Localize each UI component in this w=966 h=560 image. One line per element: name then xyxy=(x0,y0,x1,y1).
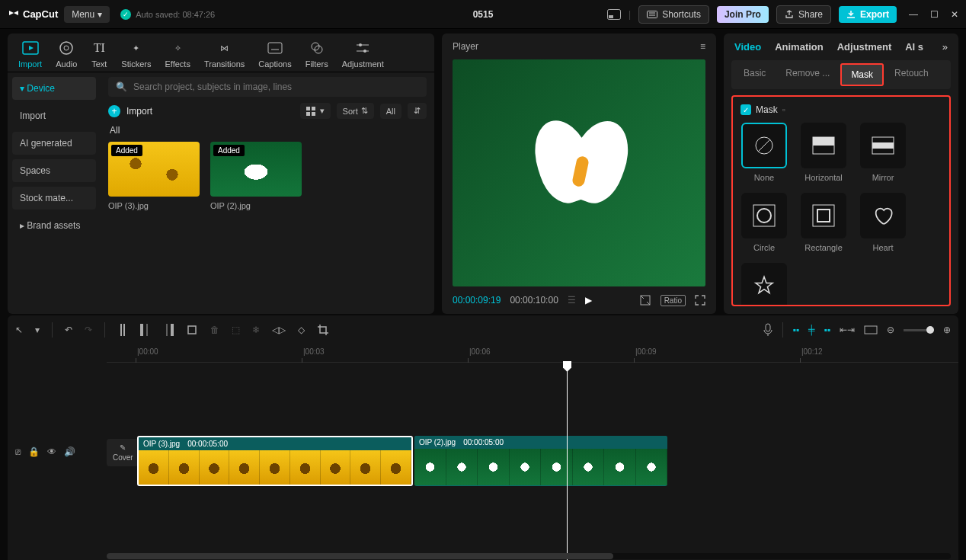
ratio-button[interactable]: Ratio xyxy=(661,295,686,306)
preview-tool[interactable] xyxy=(864,325,878,334)
layout-toggle[interactable]: ▾ xyxy=(300,103,331,119)
zoom-slider[interactable] xyxy=(904,329,934,331)
logo-icon xyxy=(8,8,20,21)
import-label[interactable]: Import xyxy=(126,106,152,117)
scale-icon[interactable] xyxy=(639,294,651,306)
svg-rect-8 xyxy=(268,43,282,53)
tab-ai[interactable]: AI s xyxy=(905,41,923,53)
split-tool[interactable] xyxy=(117,324,128,336)
sidebar-ai-generated[interactable]: AI generated xyxy=(12,132,96,155)
undo-button[interactable]: ↶ xyxy=(65,325,72,335)
mask-horizontal[interactable] xyxy=(801,123,846,168)
mask-toggle[interactable]: ✓ Mask ▫ xyxy=(740,104,942,115)
track-mute-icon[interactable]: 🔊 xyxy=(64,446,75,457)
media-thumb[interactable]: Added OIP (2).jpg xyxy=(210,142,302,210)
sidebar-device[interactable]: ▾ Device xyxy=(12,77,96,100)
close-button[interactable]: ✕ xyxy=(951,9,958,20)
sidebar-stock[interactable]: Stock mate... xyxy=(12,187,96,210)
share-button[interactable]: Share xyxy=(776,5,831,24)
svg-rect-26 xyxy=(872,142,894,149)
reframe-tool[interactable]: ⬚ xyxy=(232,325,240,335)
layout-icon[interactable] xyxy=(607,9,621,20)
tool-dropdown[interactable]: ▾ xyxy=(35,325,40,335)
video-subtabs: Basic Remove ... Mask Retouch xyxy=(731,60,951,89)
subtab-retouch[interactable]: Retouch xyxy=(885,63,938,86)
list-icon[interactable]: ☰ xyxy=(568,295,576,306)
timeline-ruler[interactable]: |00:00 |00:03 |00:06 |00:09 |00:12 xyxy=(107,344,958,363)
delete-tool[interactable]: 🗑 xyxy=(210,325,219,335)
play-button[interactable]: ▶ xyxy=(585,295,592,306)
mask-star[interactable] xyxy=(741,263,787,306)
subtab-basic[interactable]: Basic xyxy=(734,63,775,86)
join-pro-button[interactable]: Join Pro xyxy=(717,6,769,23)
track-lock-icon[interactable]: 🔒 xyxy=(28,446,40,457)
crop-tool[interactable] xyxy=(186,324,198,336)
crop2-tool[interactable] xyxy=(317,324,329,336)
freeze-tool[interactable]: ❄ xyxy=(252,325,260,335)
more-tabs-icon[interactable]: » xyxy=(942,41,948,53)
tab-audio[interactable]: Audio xyxy=(56,40,77,69)
track-output-icon[interactable]: ⎚ xyxy=(15,446,21,457)
adjustment-icon xyxy=(354,40,371,56)
tab-stickers[interactable]: ✦Stickers xyxy=(121,40,151,69)
mask-circle[interactable] xyxy=(741,193,787,238)
sort-button[interactable]: Sort ⇅ xyxy=(337,103,374,119)
minimize-button[interactable]: — xyxy=(909,9,918,20)
player-menu-icon[interactable]: ≡ xyxy=(700,41,705,52)
tab-import[interactable]: Import xyxy=(18,40,42,69)
maximize-button[interactable]: ☐ xyxy=(930,9,939,20)
cover-button[interactable]: ✎ Cover xyxy=(107,439,139,466)
svg-point-10 xyxy=(312,43,319,50)
sidebar-import[interactable]: Import xyxy=(12,104,96,127)
tab-captions[interactable]: Captions xyxy=(258,40,291,69)
subtab-remove[interactable]: Remove ... xyxy=(776,63,839,86)
sidebar-spaces[interactable]: Spaces xyxy=(12,159,96,182)
timeline-clip[interactable]: OIP (3).jpg00:00:05:00 xyxy=(137,436,413,486)
timeline-scrollbar[interactable] xyxy=(107,553,951,559)
preview-content xyxy=(533,114,625,221)
search-input[interactable]: 🔍 Search project, subjects in image, lin… xyxy=(108,77,427,97)
rotate-tool[interactable]: ◇ xyxy=(298,325,305,335)
redo-button[interactable]: ↷ xyxy=(85,325,92,335)
subtab-mask[interactable]: Mask xyxy=(840,63,884,86)
zoom-out[interactable]: ⊖ xyxy=(887,325,894,335)
tab-adjustment[interactable]: Adjustment xyxy=(342,40,384,69)
tab-text[interactable]: TIText xyxy=(91,40,107,69)
pointer-tool[interactable]: ↖ xyxy=(15,325,23,335)
tab-animation[interactable]: Animation xyxy=(775,41,824,53)
timeline-clip[interactable]: OIP (2).jpg00:00:05:00 xyxy=(414,436,667,486)
track-controls: ⎚ 🔒 👁 🔊 xyxy=(8,446,99,457)
all-button[interactable]: All xyxy=(380,104,401,119)
trim-right-tool[interactable] xyxy=(163,324,174,336)
svg-rect-33 xyxy=(140,324,143,336)
filter-button[interactable]: ⇵ xyxy=(408,103,427,119)
track-eye-icon[interactable]: 👁 xyxy=(47,446,56,457)
fullscreen-button[interactable] xyxy=(695,295,705,306)
sidebar-brand-assets[interactable]: ▸ Brand assets xyxy=(12,214,96,237)
export-button[interactable]: Export xyxy=(839,6,897,23)
snap-2[interactable]: ╪ xyxy=(808,325,815,335)
tab-video[interactable]: Video xyxy=(734,41,761,53)
zoom-fit[interactable]: ⊕ xyxy=(943,325,951,335)
tab-filters[interactable]: Filters xyxy=(305,40,328,69)
trim-left-tool[interactable] xyxy=(140,324,151,336)
preview-viewport[interactable] xyxy=(453,59,705,286)
snap-1[interactable]: ▪▪ xyxy=(792,325,799,335)
menu-button[interactable]: Menu ▾ xyxy=(64,6,110,23)
mask-rectangle[interactable] xyxy=(801,193,846,238)
snap-3[interactable]: ▪▪ xyxy=(824,325,830,335)
tab-effects[interactable]: ✧Effects xyxy=(165,40,190,69)
shortcuts-button[interactable]: Shortcuts xyxy=(638,5,709,24)
mask-mirror[interactable] xyxy=(860,123,906,168)
import-plus-icon[interactable]: + xyxy=(108,105,120,117)
mask-heart[interactable] xyxy=(860,193,906,238)
svg-rect-29 xyxy=(813,205,834,226)
mirror-tool[interactable]: ◁▷ xyxy=(272,325,286,335)
mask-none[interactable] xyxy=(741,123,787,168)
mic-button[interactable] xyxy=(763,323,773,337)
tab-adjustment-right[interactable]: Adjustment xyxy=(837,41,892,53)
playhead[interactable] xyxy=(567,363,568,560)
align-tool[interactable]: ⇤⇥ xyxy=(840,325,855,335)
media-thumb[interactable]: Added OIP (3).jpg xyxy=(108,142,200,210)
tab-transitions[interactable]: ⋈Transitions xyxy=(204,40,245,69)
